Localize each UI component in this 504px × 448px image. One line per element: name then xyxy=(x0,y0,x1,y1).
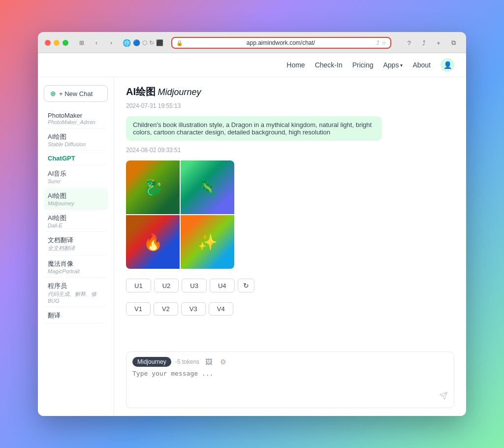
image-cell-3[interactable]: 🔥 xyxy=(126,215,180,269)
share-button[interactable]: ⤴ xyxy=(418,38,430,48)
dragon-icon-4: ✨ xyxy=(181,215,234,269)
browser-controls: ⊞ ‹ › xyxy=(75,38,118,48)
v1-button[interactable]: V1 xyxy=(126,302,151,316)
nav-about[interactable]: About xyxy=(412,61,431,69)
sidebar-item-stable-diffusion[interactable]: AI绘图 Stable Diffusion xyxy=(44,129,108,151)
messages-area: 2024-07-31 19:55:13 Children's book illu… xyxy=(126,102,454,348)
image-upload-button[interactable]: 🖼 xyxy=(203,357,214,367)
sidebar-item-title: AI绘图 xyxy=(48,132,104,141)
chat-title: AI绘图 xyxy=(126,86,156,97)
v3-button[interactable]: V3 xyxy=(181,302,206,316)
action-buttons-row2: V1 V2 V3 V4 xyxy=(126,302,454,316)
nav-apps[interactable]: Apps ▾ xyxy=(383,61,403,69)
image-cell-4[interactable]: ✨ xyxy=(181,215,234,269)
sidebar-item-title: AI绘图 xyxy=(48,214,104,223)
sidebar-item-dalle[interactable]: AI绘图 Dall-E xyxy=(44,211,108,232)
sidebar-item-sub: PhotoMaker_Admin xyxy=(48,119,104,125)
lock-icon: 🔒 xyxy=(176,40,183,46)
sidebar-item-title: 魔法肖像 xyxy=(48,259,104,268)
traffic-lights xyxy=(45,40,68,46)
share-icon: ⤴ xyxy=(377,40,379,46)
midjourney-badge[interactable]: Midjourney xyxy=(132,357,171,367)
sidebar-item-programmer[interactable]: 程序员 代码生成、解释、修BUG xyxy=(44,279,108,307)
v2-button[interactable]: V2 xyxy=(154,302,178,316)
main-layout: ⊕ + New Chat PhotoMaker PhotoMaker_Admin… xyxy=(38,77,466,416)
send-button[interactable] xyxy=(439,391,448,403)
u1-button[interactable]: U1 xyxy=(126,279,151,292)
tab-grid-button[interactable]: ⊞ xyxy=(75,38,88,48)
sidebar-item-magic-portrait[interactable]: 魔法肖像 MagicPortrait xyxy=(44,256,108,278)
browser-right-controls: ? ⤴ + ⧉ xyxy=(403,38,459,48)
page-content: Home Check-In Pricing Apps ▾ About 👤 ⊕ +… xyxy=(38,53,466,416)
sidebar-item-sub: Midjourney xyxy=(48,200,104,206)
timestamp-2: 2024-08-02 09:33:51 xyxy=(126,147,454,154)
action-buttons-row1: U1 U2 U3 U4 ↻ xyxy=(126,279,454,292)
nav-avatar[interactable]: 👤 xyxy=(441,58,454,72)
traffic-light-yellow[interactable] xyxy=(54,40,60,46)
dragon-icon-2: 🦎 xyxy=(181,160,234,214)
sidebar-item-sub: 全文档翻译 xyxy=(48,245,104,252)
sidebar-item-sub: 代码生成、解释、修BUG xyxy=(48,290,104,304)
new-chat-label: + New Chat xyxy=(59,90,93,97)
apps-chevron-icon: ▾ xyxy=(400,63,403,68)
u3-button[interactable]: U3 xyxy=(182,279,207,292)
sidebar-item-title: 翻译 xyxy=(48,311,104,320)
chat-title-subtitle: Midjourney xyxy=(158,87,201,97)
sidebar-item-title: AI绘图 xyxy=(48,192,104,200)
sidebar-item-title: 文档翻译 xyxy=(48,236,104,245)
sidebar-item-midjourney[interactable]: AI绘图 Midjourney xyxy=(44,189,108,210)
sidebar-item-chatgpt[interactable]: ChatGPT xyxy=(44,152,108,165)
address-actions: ⤴ ☆ xyxy=(377,40,386,46)
sidebar-item-sub: Stable Diffusion xyxy=(48,141,104,147)
new-tab-button[interactable]: + xyxy=(433,38,444,48)
browser-window: ⊞ ‹ › 🌐 🔵 ⬡ ↻ ⬛ 🔒 ⤴ ☆ ? ⤴ + ⧉ xyxy=(38,32,466,416)
new-chat-button[interactable]: ⊕ + New Chat xyxy=(44,85,108,102)
sidebar-item-title: AI音乐 xyxy=(48,169,104,178)
extensions-button[interactable]: ? xyxy=(403,38,415,48)
timestamp-1: 2024-07-31 19:55:13 xyxy=(126,102,454,109)
address-bar[interactable] xyxy=(185,39,377,46)
user-message: Children's book illustration style, a Dr… xyxy=(126,116,382,141)
v4-button[interactable]: V4 xyxy=(209,302,233,316)
chat-header: AI绘图 Midjourney xyxy=(126,85,454,98)
new-chat-plus-icon: ⊕ xyxy=(50,90,56,97)
sidebar-item-sub: Suno xyxy=(48,178,104,184)
back-button[interactable]: ‹ xyxy=(90,38,103,48)
sidebar-item-suno[interactable]: AI音乐 Suno xyxy=(44,166,108,188)
traffic-light-green[interactable] xyxy=(63,40,68,46)
nav-pricing[interactable]: Pricing xyxy=(352,61,374,69)
sidebar-toggle-button[interactable]: ⧉ xyxy=(447,38,459,48)
dragon-icon-3: 🔥 xyxy=(126,215,180,269)
bookmark-icon: ☆ xyxy=(381,40,386,46)
sidebar-item-title: ChatGPT xyxy=(48,155,104,162)
sidebar-item-sub: Dall-E xyxy=(48,223,104,228)
sidebar-item-doc-translate[interactable]: 文档翻译 全文档翻译 xyxy=(44,233,108,256)
u2-button[interactable]: U2 xyxy=(154,279,179,292)
input-area: Midjourney -5 tokens 🖼 ⚙ xyxy=(126,352,454,408)
u4-button[interactable]: U4 xyxy=(210,279,235,292)
nav-home[interactable]: Home xyxy=(286,61,305,69)
dragon-icon-1: 🐉 xyxy=(126,160,180,214)
image-cell-1[interactable]: 🐉 xyxy=(126,160,180,214)
traffic-light-red[interactable] xyxy=(45,40,51,46)
ai-image-grid: 🐉 🦎 🔥 ✨ xyxy=(126,160,234,269)
input-toolbar: Midjourney -5 tokens 🖼 ⚙ xyxy=(132,357,448,367)
browser-chrome: ⊞ ‹ › 🌐 🔵 ⬡ ↻ ⬛ 🔒 ⤴ ☆ ? ⤴ + ⧉ xyxy=(38,32,466,53)
settings-button[interactable]: ⚙ xyxy=(218,357,228,367)
forward-button[interactable]: › xyxy=(105,38,118,48)
sidebar-item-title: PhotoMaker xyxy=(48,112,104,119)
sidebar-item-title: 程序员 xyxy=(48,282,104,290)
sidebar-item-translate[interactable]: 翻译 xyxy=(44,308,108,323)
sidebar: ⊕ + New Chat PhotoMaker PhotoMaker_Admin… xyxy=(38,77,114,416)
message-input[interactable] xyxy=(132,370,448,387)
address-bar-container[interactable]: 🔒 ⤴ ☆ xyxy=(171,37,391,49)
input-footer xyxy=(132,391,448,403)
tokens-label: -5 tokens xyxy=(175,358,199,365)
chat-area: AI绘图 Midjourney 2024-07-31 19:55:13 Chil… xyxy=(114,77,466,416)
top-nav: Home Check-In Pricing Apps ▾ About 👤 xyxy=(38,53,466,77)
sidebar-item-sub: MagicPortrait xyxy=(48,268,104,274)
sidebar-item-photomaker[interactable]: PhotoMaker PhotoMaker_Admin xyxy=(44,109,108,128)
refresh-button[interactable]: ↻ xyxy=(238,279,254,292)
image-cell-2[interactable]: 🦎 xyxy=(181,160,234,214)
nav-checkin[interactable]: Check-In xyxy=(315,61,343,69)
